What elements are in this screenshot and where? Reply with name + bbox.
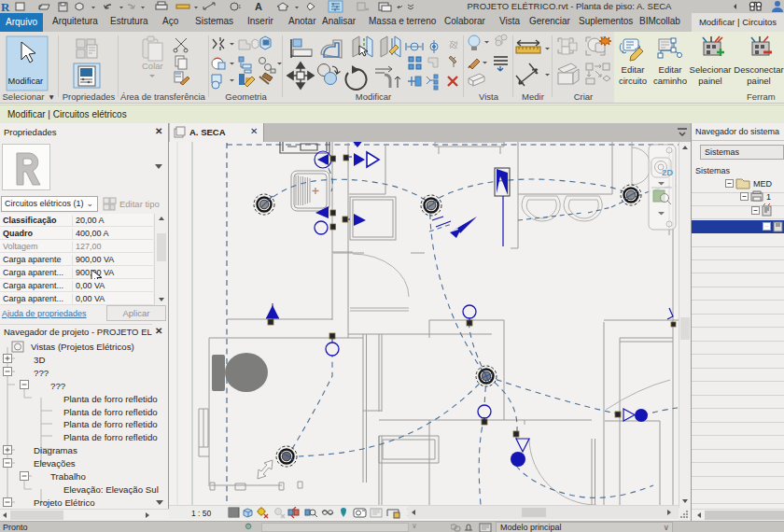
svg-text:???: ??? [34, 368, 49, 378]
svg-text:Colar: Colar [142, 61, 163, 71]
svg-text:Vistas (Projetos Elétricos): Vistas (Projetos Elétricos) [31, 342, 134, 352]
svg-text:Sistemas: Sistemas [695, 166, 731, 175]
svg-text:R: R [1, 0, 10, 13]
svg-text:2D: 2D [662, 167, 673, 177]
svg-text:Modificar: Modificar [8, 77, 44, 86]
svg-text:A: A [255, 1, 262, 12]
svg-text:MED: MED [753, 179, 773, 189]
svg-text:Planta de forro refletido: Planta de forro refletido [63, 432, 158, 442]
svg-text:Elevação: Elevação Sul: Elevação: Elevação Sul [63, 484, 159, 495]
svg-text:Planta de forro refletido: Planta de forro refletido [63, 407, 158, 417]
svg-text:Diagramas: Diagramas [34, 445, 77, 455]
svg-text:Elevações: Elevações [34, 458, 76, 469]
svg-text:Planta de forro refletido: Planta de forro refletido [63, 419, 158, 429]
svg-text:Planta de forro refletido: Planta de forro refletido [63, 394, 158, 404]
svg-text:1: 1 [766, 192, 771, 202]
svg-text:???: ??? [50, 381, 66, 391]
svg-text:1: 1 [238, 4, 242, 9]
svg-text:Trabalho: Trabalho [50, 471, 86, 482]
svg-text:Projeto Elétrico: Projeto Elétrico [34, 497, 95, 508]
svg-text:3D: 3D [34, 355, 45, 365]
